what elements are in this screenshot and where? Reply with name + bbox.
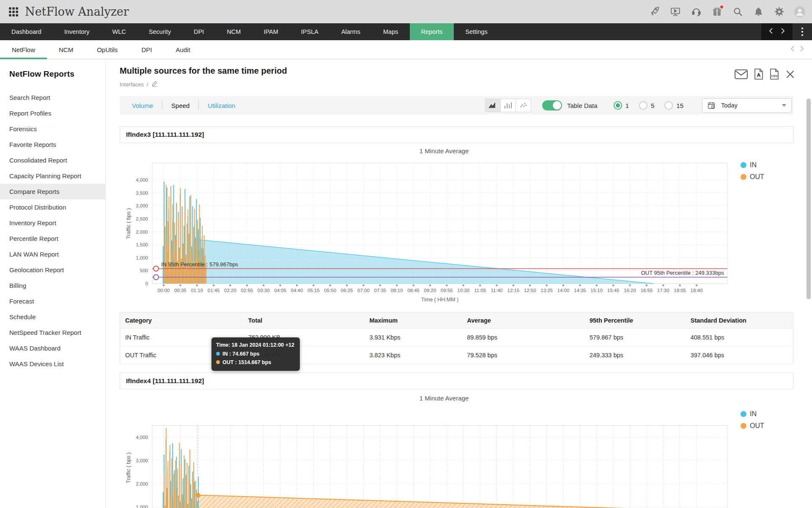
svg-text:1,500: 1,500 (136, 242, 148, 247)
sidebar-item-billing[interactable]: Billing (0, 278, 105, 293)
interval-radio-group: 1515 (614, 101, 683, 110)
export-pdf-icon[interactable] (754, 69, 763, 80)
sidebar-item-favorite-reports[interactable]: Favorite Reports (0, 137, 105, 152)
user-avatar[interactable] (794, 6, 805, 17)
table-data-toggle[interactable] (542, 100, 562, 110)
svg-text:05:50: 05:50 (324, 288, 336, 293)
nav-item-reports[interactable]: Reports (410, 23, 454, 40)
sidebar-item-waas-devices-list[interactable]: WAAS Devices List (0, 356, 105, 372)
report-tab-speed[interactable]: Speed (162, 102, 198, 109)
nav-item-settings[interactable]: Settings (454, 23, 499, 40)
interval-radio-15[interactable]: 15 (664, 101, 683, 110)
svg-text:OUT: OUT (750, 422, 764, 429)
support-headset-icon[interactable] (691, 6, 702, 17)
section-header-ifindex4: IfIndex4 [111.111.111.192] (120, 373, 793, 389)
sidebar-item-percentile-report[interactable]: Percentile Report (0, 231, 105, 246)
nav-item-ipsla[interactable]: IPSLA (290, 23, 330, 40)
close-report-icon[interactable] (785, 69, 795, 79)
nav-scroll-left-icon[interactable] (768, 28, 774, 36)
app-launcher-waffle-icon[interactable] (8, 6, 19, 17)
breadcrumb-interfaces-link[interactable]: Interfaces (120, 81, 144, 88)
interval-radio-5[interactable]: 5 (639, 101, 654, 110)
search-icon[interactable] (732, 6, 743, 17)
email-report-icon[interactable] (735, 69, 748, 79)
tooltip-series-row: IN : 74.667 bps (216, 350, 294, 359)
notifications-bell-icon[interactable] (753, 6, 764, 17)
nav-item-alarms[interactable]: Alarms (330, 23, 372, 40)
subnav-tab-dpi[interactable]: DPI (129, 40, 164, 59)
chevron-down-icon (782, 104, 786, 107)
svg-text:1 Minute Average: 1 Minute Average (420, 147, 469, 155)
nav-item-maps[interactable]: Maps (372, 23, 409, 40)
subnav-tab-ncm[interactable]: NCM (47, 40, 85, 59)
bar-chart-button[interactable] (500, 99, 516, 112)
export-csv-icon[interactable]: CSV (770, 69, 779, 80)
table-cell: 397.046 bps (686, 346, 793, 364)
chart-type-button-group (485, 99, 531, 112)
legend-item-out[interactable]: OUT (741, 422, 764, 429)
svg-text:09:55: 09:55 (441, 288, 453, 293)
report-tab-volume[interactable]: Volume (123, 102, 162, 109)
nav-item-security[interactable]: Security (137, 23, 182, 40)
nav-item-wlc[interactable]: WLC (101, 23, 137, 40)
date-range-picker[interactable]: Today (702, 98, 792, 113)
table-header-average: Average (462, 312, 584, 329)
subnav-scroll-left-icon[interactable] (790, 45, 795, 54)
rocket-icon[interactable] (649, 6, 660, 17)
settings-gear-icon[interactable] (774, 6, 785, 17)
area-chart-button[interactable] (485, 99, 501, 112)
svg-text:4,000: 4,000 (136, 177, 148, 182)
sidebar-item-forecast[interactable]: Forecast (0, 293, 105, 309)
sidebar-item-netspeed-tracker-report[interactable]: NetSpeed Tracker Report (0, 325, 105, 340)
subnav-tab-audit[interactable]: Audit (164, 40, 202, 59)
svg-text:16:20: 16:20 (624, 288, 636, 293)
sidebar-item-geolocation-report[interactable]: Geolocation Report (0, 262, 105, 278)
legend-item-in[interactable]: IN (741, 161, 757, 168)
svg-text:14:35: 14:35 (574, 288, 586, 293)
report-tab-utilization[interactable]: Utilization (199, 102, 244, 109)
svg-text:16:55: 16:55 (640, 288, 653, 293)
sidebar-item-compare-reports[interactable]: Compare Reports (0, 184, 105, 199)
svg-text:1 Minute Average: 1 Minute Average (420, 395, 469, 402)
sidebar-item-forensics[interactable]: Forensics (0, 121, 105, 137)
presentation-icon[interactable] (670, 6, 681, 17)
svg-text:2,000: 2,000 (136, 229, 148, 235)
legend-item-in[interactable]: IN (741, 410, 757, 417)
table-cell: 579.867 bps (584, 329, 686, 346)
app-title: NetFlow Analyzer (25, 5, 129, 18)
edit-report-pencil-icon[interactable] (151, 80, 158, 88)
sidebar-item-search-report[interactable]: Search Report (0, 90, 105, 105)
hover-point-marker (196, 493, 200, 497)
sidebar-item-inventory-report[interactable]: Inventory Report (0, 215, 105, 231)
sidebar-item-waas-dashboard[interactable]: WAAS Dashboard (0, 340, 105, 356)
sidebar-item-schedule[interactable]: Schedule (0, 309, 105, 325)
legend-item-out[interactable]: OUT (741, 173, 764, 180)
subnav-scroll-right-icon[interactable] (799, 45, 804, 54)
nav-item-ncm[interactable]: NCM (215, 23, 252, 40)
subnav-tab-oputils[interactable]: OpUtils (85, 40, 129, 59)
sidebar-item-capacity-planning-report[interactable]: Capacity Planning Report (0, 168, 105, 184)
nav-item-dpi[interactable]: DPI (182, 23, 215, 40)
topbar-icon-group (649, 6, 805, 17)
sidebar-item-report-profiles[interactable]: Report Profiles (0, 105, 105, 121)
table-data-toggle-label: Table Data (567, 102, 598, 109)
date-range-value: Today (721, 102, 738, 109)
whats-new-gift-icon[interactable] (711, 6, 722, 17)
nav-more-kebab-icon[interactable] (793, 23, 812, 40)
sidebar-item-lan-wan-report[interactable]: LAN WAN Report (0, 246, 105, 262)
interval-radio-1[interactable]: 1 (614, 101, 629, 110)
scatter-chart-button[interactable] (516, 99, 531, 112)
sidebar-item-consolidated-report[interactable]: Consolidated Report (0, 152, 105, 168)
nav-item-dashboard[interactable]: Dashboard (0, 23, 53, 40)
sidebar-item-protocol-distribution[interactable]: Protocol Distribution (0, 199, 105, 215)
svg-text:1,000: 1,000 (136, 505, 148, 508)
module-sub-navigation: NetFlowNCMOpUtilsDPIAudit (0, 40, 812, 59)
table-header-95th-percentile: 95th Percentile (584, 312, 686, 329)
nav-scroll-right-icon[interactable] (780, 28, 785, 36)
nav-item-inventory[interactable]: Inventory (53, 23, 101, 40)
subnav-tab-netflow[interactable]: NetFlow (0, 40, 47, 59)
svg-text:3,500: 3,500 (136, 190, 148, 196)
reports-sidebar: NetFlow Reports Search ReportReport Prof… (0, 59, 106, 508)
vertical-scrollbar[interactable] (807, 99, 811, 299)
nav-item-ipam[interactable]: IPAM (252, 23, 289, 40)
